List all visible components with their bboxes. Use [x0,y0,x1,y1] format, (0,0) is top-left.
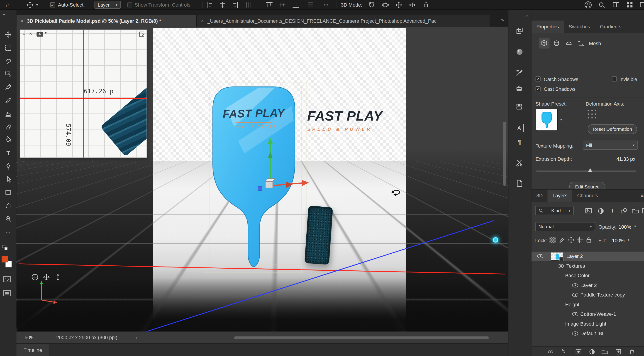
3d-light-widget[interactable] [493,237,498,243]
reset-deformation-button[interactable]: Reset Deformation [588,124,637,134]
path-select-tool[interactable] [4,175,12,184]
distribute-vertical-icon[interactable] [307,2,314,8]
filter-type-layers-icon[interactable]: T [609,207,616,215]
tab-overflow-icon[interactable]: » [501,17,504,23]
secondary-swap-icon[interactable] [139,32,144,37]
align-middle-icon[interactable] [279,2,286,8]
catch-shadows-checkbox[interactable] [536,77,540,82]
lasso-tool[interactable] [4,57,12,65]
layer-row-default-ibl[interactable]: Default IBL [532,329,644,338]
deformation-axis-widget[interactable] [586,108,596,118]
align-center-icon[interactable] [219,2,226,8]
fill-value[interactable]: 100% [612,238,625,243]
align-bottom-icon[interactable] [292,2,299,8]
document-tab-active[interactable]: × 3D Pickleball Paddle Model.psd @ 50% (… [16,15,196,27]
secondary-camera-icon[interactable] [36,32,43,37]
tab-layers[interactable]: Layers [548,190,572,202]
timeline-tab[interactable]: Timeline [16,344,49,356]
texture-mapping-dropdown[interactable]: Fill ▾ [583,140,638,150]
tab-properties[interactable]: Properties [532,21,564,33]
toolbar-more-icon[interactable]: ••• [4,229,12,237]
partial-icon[interactable] [640,1,644,9]
secondary-close-icon[interactable]: × [29,31,32,37]
texture-group-name[interactable]: Height [565,302,579,307]
adjustments-panel-icon[interactable] [516,103,524,111]
notes-panel-icon[interactable] [516,179,524,188]
tool-preset-caret-icon[interactable]: ▾ [36,0,38,10]
status-more-icon[interactable]: › [136,334,138,340]
visibility-eye-icon[interactable] [558,264,564,268]
cast-shadows-checkbox[interactable] [536,86,540,91]
secondary-menu-icon[interactable]: ≡ [23,31,26,37]
slide-3d-camera-icon[interactable] [408,1,416,9]
layer-name[interactable]: Default IBL [580,330,605,336]
orbit-3d-camera-icon[interactable] [368,1,376,9]
character-panel-icon[interactable]: A [516,124,524,132]
type-tool[interactable]: T [4,149,12,157]
opacity-value[interactable]: 100% [618,224,631,230]
layer-row-image-based-light[interactable]: Image Based Light [532,319,644,329]
layer-name[interactable]: Cotton-Weave-1 [580,311,616,317]
clone-stamp-tool[interactable] [4,109,12,118]
layer-name[interactable]: Paddle Texture copy [580,292,625,298]
new-group-icon[interactable] [601,348,608,355]
tab-channels[interactable]: Channels [572,190,603,202]
layer-name[interactable]: Layer 2 [566,253,583,259]
layer-style-fx-icon[interactable]: fx [562,348,565,354]
align-right-icon[interactable] [232,2,238,8]
extrusion-depth-slider[interactable] [536,168,636,174]
account-icon[interactable] [584,1,592,9]
document-tab-inactive[interactable]: × _Users_Administrator_Documents_DESIGN_… [196,15,490,27]
foreground-color-swatch[interactable] [2,256,8,262]
zoom-tool[interactable] [4,215,12,223]
paragraph-panel-icon[interactable]: ¶ [516,138,524,146]
collapse-panels-icon[interactable]: « [525,13,528,18]
auto-select-target-dropdown[interactable]: Layer ▾ [94,1,121,9]
eraser-tool[interactable] [4,123,12,131]
layer-row-base-color[interactable]: Base Color [532,271,644,281]
shape-preset-thumbnail[interactable] [536,108,558,131]
quick-mask-icon[interactable] [3,276,11,282]
grip-texture-object[interactable] [304,206,333,265]
expand-tools-icon[interactable]: » [2,12,5,17]
layer-row-cotton-weave[interactable]: Cotton-Weave-1 [532,310,644,319]
align-top-icon[interactable] [266,2,273,8]
scissors-panel-icon[interactable] [516,159,524,167]
horizontal-scrollbar[interactable] [234,336,489,339]
marquee-tool[interactable] [4,44,12,52]
fill-caret-icon[interactable]: ▾ [628,238,630,242]
mesh-mode-icon[interactable] [540,40,548,47]
texture-group-name[interactable]: Image Based Light [565,321,606,327]
brush-settings-panel-icon[interactable] [516,69,524,77]
lock-artboard-icon[interactable] [577,236,584,243]
more-options-icon[interactable]: ••• [324,0,329,10]
search-icon[interactable] [598,1,606,9]
new-adjustment-layer-icon[interactable] [588,348,596,355]
layer-row-height[interactable]: Height [532,300,644,309]
invisible-checkbox[interactable] [612,77,617,82]
workspace-layout-icon[interactable] [612,1,620,9]
slider-thumb[interactable] [588,168,592,172]
filter-partial-icon[interactable] [642,207,644,215]
lock-position-icon[interactable] [568,236,574,243]
cap-mode-icon[interactable] [565,40,572,47]
lock-pixels-icon[interactable] [558,236,566,243]
layer-row-layer2-texture[interactable]: Layer 2 [532,281,644,290]
layer-row-textures[interactable]: Textures [532,261,644,271]
visibility-eye-icon[interactable] [572,331,578,335]
paint-bucket-tool[interactable] [4,136,12,144]
layer-row-layer2[interactable]: Layer 2 [532,252,644,261]
clone-source-panel-icon[interactable] [516,84,524,92]
secondary-camera-caret-icon[interactable]: ▾ [45,31,46,35]
layer-thumbnail[interactable] [551,252,563,261]
shape-preset-caret-icon[interactable]: ▾ [560,118,562,122]
screen-mode-icon[interactable] [3,290,11,296]
new-layer-icon[interactable] [615,348,622,355]
layer-row-paddle-texture-copy[interactable]: Paddle Texture copy [532,290,644,300]
home-icon[interactable]: ⌂ [6,0,9,10]
apps-grid-icon[interactable] [626,1,634,9]
hand-tool[interactable] [4,201,12,210]
layers-panel-menu-icon[interactable]: ≡ [640,193,644,199]
layer-name[interactable]: Textures [566,263,585,269]
materials-sphere-icon[interactable] [516,48,524,56]
